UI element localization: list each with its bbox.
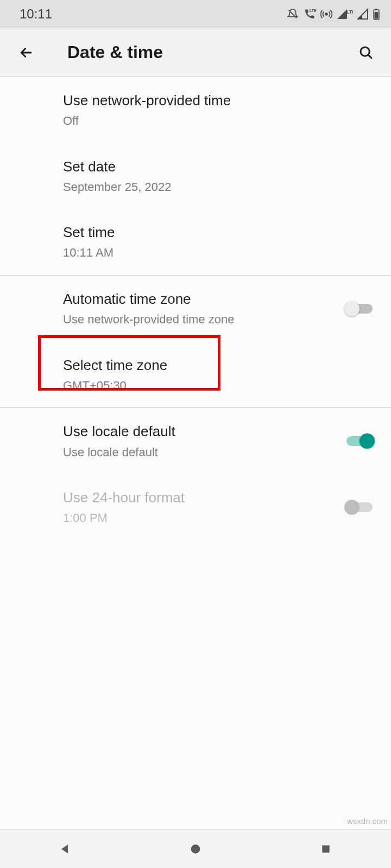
- page-title: Date & time: [67, 42, 354, 62]
- setting-set-time[interactable]: Set time 10:11 AM: [0, 209, 391, 275]
- volte-call-icon: LTE: [303, 8, 316, 20]
- setting-automatic-timezone[interactable]: Automatic time zone Use network-provided…: [0, 276, 391, 342]
- setting-title: Use network-provided time: [63, 91, 375, 110]
- dnd-icon: [287, 8, 299, 20]
- setting-title: Automatic time zone: [63, 290, 336, 309]
- navigation-bar: [0, 829, 391, 868]
- svg-point-1: [325, 13, 327, 15]
- setting-title: Use 24-hour format: [63, 488, 336, 507]
- settings-list: Use network-provided time Off Set date S…: [0, 77, 391, 540]
- svg-point-7: [191, 844, 200, 853]
- svg-rect-4: [375, 9, 377, 10]
- setting-24-hour-format: Use 24-hour format 1:00 PM: [0, 474, 391, 540]
- nav-home-button[interactable]: [166, 835, 225, 863]
- setting-network-time[interactable]: Use network-provided time Off: [0, 77, 391, 143]
- signal-2-icon: [357, 8, 368, 20]
- status-time: 10:11: [20, 7, 52, 22]
- svg-text:LTE: LTE: [346, 9, 353, 15]
- status-icons: LTE LTE: [287, 8, 380, 20]
- svg-rect-8: [322, 845, 329, 852]
- setting-subtitle: September 25, 2022: [63, 180, 375, 195]
- hotspot-icon: [320, 8, 332, 20]
- setting-title: Use locale default: [63, 422, 336, 441]
- 24-hour-format-switch: [344, 497, 375, 517]
- automatic-timezone-switch[interactable]: [344, 299, 375, 318]
- setting-locale-default[interactable]: Use locale default Use locale default: [0, 408, 391, 474]
- app-bar: Date & time: [0, 28, 391, 77]
- back-button[interactable]: [14, 41, 38, 65]
- setting-title: Set date: [63, 157, 375, 176]
- nav-back-button[interactable]: [35, 835, 95, 863]
- setting-subtitle: 10:11 AM: [63, 245, 375, 261]
- signal-1-icon: LTE: [337, 8, 353, 20]
- locale-default-switch[interactable]: [344, 431, 375, 451]
- svg-text:LTE: LTE: [310, 9, 316, 12]
- svg-rect-5: [375, 12, 379, 19]
- battery-icon: [373, 8, 380, 20]
- watermark: wsxdn.com: [347, 816, 388, 826]
- setting-subtitle: Use network-provided time zone: [63, 312, 336, 328]
- setting-subtitle: GMT+05:30: [63, 378, 375, 394]
- setting-subtitle: 1:00 PM: [63, 510, 336, 526]
- setting-subtitle: Use locale default: [63, 445, 336, 461]
- status-bar: 10:11 LTE LTE: [0, 0, 391, 28]
- setting-title: Set time: [63, 223, 375, 242]
- search-button[interactable]: [354, 41, 378, 65]
- nav-recent-button[interactable]: [296, 835, 356, 863]
- setting-select-timezone[interactable]: Select time zone GMT+05:30: [0, 342, 391, 408]
- setting-subtitle: Off: [63, 113, 375, 129]
- setting-set-date[interactable]: Set date September 25, 2022: [0, 143, 391, 209]
- setting-title: Select time zone: [63, 356, 375, 375]
